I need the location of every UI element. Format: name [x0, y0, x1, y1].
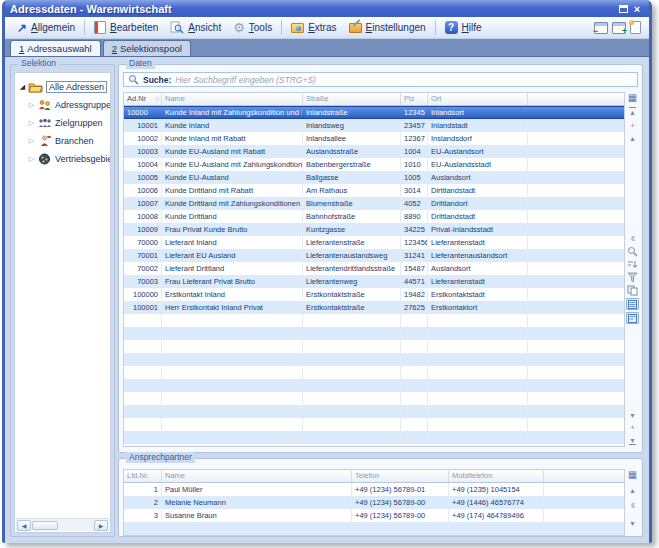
- contact-row[interactable]: 3Susanne Braun+49 (1234) 56789-00+49 (17…: [124, 509, 624, 522]
- address-row[interactable]: [124, 353, 624, 366]
- address-row[interactable]: [124, 379, 624, 392]
- title-bar[interactable]: Adressdaten - Warenwirtschaft ×: [5, 0, 649, 17]
- column-header[interactable]: Ad.Nr▿: [124, 93, 162, 105]
- expand-icon[interactable]: ▷: [27, 155, 36, 163]
- menu-bearbeiten[interactable]: Bearbeiten: [88, 19, 164, 36]
- collapse-icon[interactable]: ◢: [18, 83, 27, 91]
- address-row[interactable]: [124, 392, 624, 405]
- menu-ansicht[interactable]: Ansicht: [164, 19, 227, 36]
- menu-label: Bearbeiten: [110, 22, 158, 33]
- column-header[interactable]: Mobiltelefon: [449, 470, 544, 482]
- app-window: Adressdaten - Warenwirtschaft × ↗ Allgem…: [2, 0, 652, 543]
- column-header[interactable]: Telefon: [352, 470, 449, 482]
- address-row[interactable]: 10008Kunde DrittlandBahnhofstraße8890Dri…: [124, 210, 624, 223]
- address-row[interactable]: 70001Lieferant EU AuslandLieferantenausl…: [124, 249, 624, 262]
- copy-icon[interactable]: [626, 284, 639, 296]
- phone-dial-icon[interactable]: (((: [626, 232, 639, 244]
- expand-icon[interactable]: ▷: [27, 137, 36, 145]
- tree-item-zielgruppen[interactable]: ▷ Zielgruppen: [15, 114, 110, 131]
- new-document-button[interactable]: [630, 21, 641, 34]
- scroll-last-icon[interactable]: ▼: [626, 434, 639, 446]
- tree-item-branchen[interactable]: ▷ Branchen: [15, 132, 110, 149]
- column-chooser-icon[interactable]: ▦: [626, 91, 639, 103]
- tree-item-vertriebsgebiete[interactable]: ▷ Vertriebsgebiete: [15, 150, 110, 167]
- address-row[interactable]: 10009Frau Privat Kunde BruttoKuntzgasse3…: [124, 223, 624, 236]
- scroll-down-icon[interactable]: ▼: [626, 517, 639, 529]
- menu-tools[interactable]: ⚙ Tools: [227, 19, 278, 36]
- address-row[interactable]: [124, 405, 624, 418]
- contact-row[interactable]: 2Melanie Neumann+49 (1234) 56789-00+49 (…: [124, 496, 624, 509]
- menu-label: Allgemein: [31, 22, 75, 33]
- address-row[interactable]: [124, 418, 624, 431]
- scroll-right-button[interactable]: ▶: [94, 520, 108, 531]
- scroll-first-icon[interactable]: ▲: [626, 106, 639, 118]
- cell: 31241: [401, 249, 428, 262]
- address-row[interactable]: 70000Lieferant InlandLieferantenstraße12…: [124, 236, 624, 249]
- menu-allgemein[interactable]: ↗ Allgemein: [11, 20, 81, 35]
- row-add-icon[interactable]: +: [626, 421, 639, 433]
- cell: [162, 418, 303, 431]
- cell: Inlandsort: [428, 107, 528, 118]
- contact-row[interactable]: 1Paul Müller+49 (1234) 56789-01+49 (1235…: [124, 483, 624, 496]
- menu-einstellungen[interactable]: Einstellungen: [343, 20, 432, 35]
- search-input[interactable]: [175, 75, 633, 85]
- tree-item-alle-adressen[interactable]: ◢ Alle Adressen: [15, 78, 110, 95]
- industries-icon: [37, 135, 52, 147]
- column-header[interactable]: Name: [162, 93, 303, 105]
- close-button[interactable]: ×: [630, 2, 644, 15]
- expand-icon[interactable]: ▷: [27, 101, 36, 109]
- tab-selektionspool[interactable]: 2Selektionspool: [103, 40, 191, 56]
- address-row[interactable]: [124, 340, 624, 353]
- address-row[interactable]: 10003Kunde EU-Ausland mit RabattAuslands…: [124, 145, 624, 158]
- address-row[interactable]: [124, 431, 624, 444]
- cell: Lieferant EU Ausland: [162, 249, 303, 262]
- scroll-left-button[interactable]: ◀: [17, 520, 31, 531]
- menu-hilfe[interactable]: ? Hilfe: [439, 19, 488, 36]
- column-header[interactable]: Name: [162, 470, 352, 482]
- card-view-icon[interactable]: [626, 312, 639, 324]
- sort-icon[interactable]: [626, 258, 639, 270]
- address-row[interactable]: 70002Lieferant DrittlandLieferantendritt…: [124, 262, 624, 275]
- address-row[interactable]: [124, 327, 624, 340]
- address-row[interactable]: 10004Kunde EU-Ausland mit Zahlungskondti…: [124, 158, 624, 171]
- address-row[interactable]: 10007Kunde Drittland mit Zahlungskonditi…: [124, 197, 624, 210]
- column-header[interactable]: Straße: [303, 93, 401, 105]
- filter-icon[interactable]: [626, 271, 639, 283]
- address-row[interactable]: 100001Herr Erstkontakt Inland PrivatErst…: [124, 301, 624, 314]
- scroll-up-icon[interactable]: ▲: [626, 484, 639, 496]
- cell: 1005: [401, 171, 428, 184]
- row-down-icon[interactable]: ▼: [626, 409, 639, 421]
- address-row[interactable]: 10006Kunde Drittland mit RabattAm Rathau…: [124, 184, 624, 197]
- address-row[interactable]: 10005Kunde EU-AuslandBallgasse1005Auslan…: [124, 171, 624, 184]
- tree-item-adressgruppen[interactable]: ▷ Adressgruppen: [15, 96, 110, 113]
- menu-extras[interactable]: Extras: [285, 20, 342, 35]
- cell: Drittlandstadt: [428, 210, 528, 223]
- address-row[interactable]: 70003Frau Lieferant Privat BruttoLiefera…: [124, 275, 624, 288]
- column-chooser-icon[interactable]: ▦: [626, 468, 639, 480]
- address-row[interactable]: 10002Kunde Inland mit RabattInlandsallee…: [124, 132, 624, 145]
- address-row[interactable]: 100000Erstkontakt InlandErstkontaktstraß…: [124, 288, 624, 301]
- column-header[interactable]: Lfd.Nr.: [124, 470, 162, 482]
- address-row[interactable]: [124, 366, 624, 379]
- row-up-icon[interactable]: ▲: [626, 132, 639, 144]
- table-plus-button[interactable]: +: [612, 22, 626, 34]
- cell: Lieferant Drittland: [162, 262, 303, 275]
- horizontal-scrollbar[interactable]: ◀ ▶: [16, 518, 109, 531]
- magnifier-icon[interactable]: [626, 245, 639, 257]
- list-view-icon[interactable]: [626, 298, 639, 310]
- column-header[interactable]: Plz: [401, 93, 428, 105]
- phone-dial-icon[interactable]: (((: [626, 499, 639, 511]
- tab-adressauswahl[interactable]: 1Adressauswahl: [10, 40, 101, 56]
- cell: [162, 340, 303, 353]
- expand-icon[interactable]: ▷: [27, 119, 36, 127]
- search-bar[interactable]: Suche:: [123, 72, 638, 87]
- address-row[interactable]: 10000Kunde Inland mit Zahlungskondition …: [124, 106, 624, 119]
- address-row[interactable]: [124, 314, 624, 327]
- table-minus-button[interactable]: −: [594, 22, 608, 34]
- scrollbar-thumb[interactable]: [32, 521, 58, 530]
- restore-button[interactable]: [616, 2, 630, 15]
- address-row[interactable]: 10001Kunde InlandInlandsweg23457Inlandst…: [124, 119, 624, 132]
- contact-row[interactable]: [124, 522, 624, 535]
- column-header[interactable]: Ort: [428, 93, 528, 105]
- row-insert-icon[interactable]: +: [626, 119, 639, 131]
